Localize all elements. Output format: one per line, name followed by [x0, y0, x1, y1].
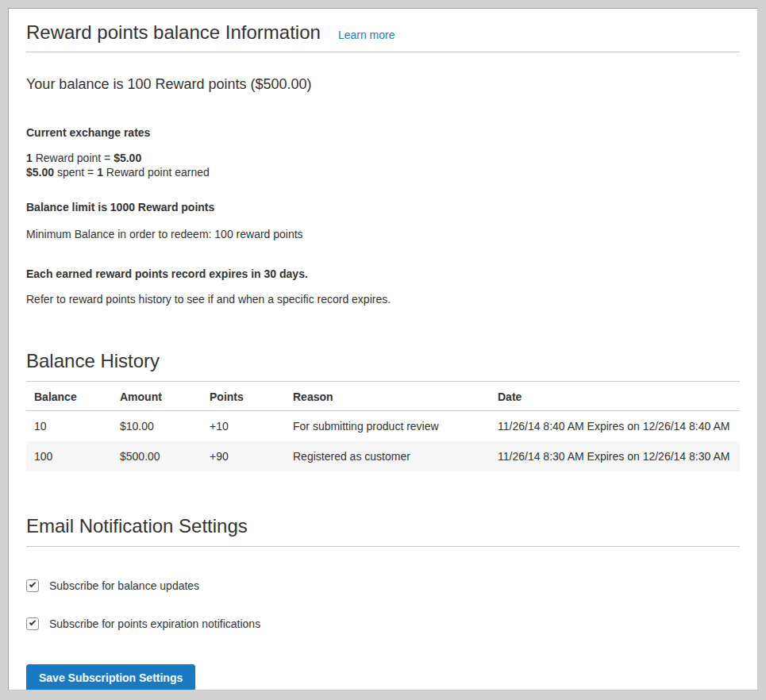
cell-reason: Registered as customer — [285, 441, 490, 471]
column-header-reason: Reason — [285, 382, 490, 411]
save-subscription-settings-button[interactable]: Save Subscription Settings — [26, 664, 195, 690]
page-background: Reward points balance Information Learn … — [0, 0, 766, 700]
rate-line-2: $5.00 spent = 1 Reward point earned — [26, 165, 740, 179]
cell-balance: 100 — [26, 441, 112, 471]
cell-amount: $10.00 — [112, 411, 202, 442]
cell-points: +10 — [202, 411, 285, 442]
points-expiration-option: Subscribe for points expiration notifica… — [26, 617, 740, 631]
cell-date: 11/26/14 8:30 AM Expires on 12/26/14 8:3… — [490, 441, 740, 471]
balance-history-table: Balance Amount Points Reason Date 10 $10… — [26, 381, 740, 471]
page-title: Reward points balance Information — [26, 20, 321, 44]
rate-1-amount: $5.00 — [114, 152, 141, 164]
cell-amount: $500.00 — [112, 441, 202, 471]
rate-line-1: 1 Reward point = $5.00 — [26, 151, 740, 165]
rate-1-value: 1 — [26, 152, 33, 164]
balance-updates-label[interactable]: Subscribe for balance updates — [49, 579, 199, 593]
email-settings-title: Email Notification Settings — [26, 514, 740, 547]
cell-points: +90 — [202, 441, 285, 471]
reward-points-panel: Reward points balance Information Learn … — [8, 8, 758, 690]
cell-reason: For submitting product review — [285, 411, 490, 442]
rate-2-value: 1 — [97, 166, 103, 179]
minimum-balance-text: Minimum Balance in order to redeem: 100 … — [26, 227, 740, 241]
checkmark-icon — [29, 619, 36, 625]
balance-summary: Your balance is 100 Reward points ($500.… — [26, 75, 740, 94]
rate-2-text: spent = — [54, 166, 97, 179]
points-expiration-checkbox[interactable] — [26, 617, 39, 630]
column-header-points: Points — [202, 382, 285, 411]
balance-limit-text: Balance limit is 1000 Reward points — [26, 200, 740, 214]
expiry-note-text: Refer to reward points history to see if… — [26, 292, 740, 306]
balance-updates-option: Subscribe for balance updates — [26, 579, 740, 593]
balance-updates-checkbox[interactable] — [26, 579, 39, 592]
table-row: 10 $10.00 +10 For submitting product rev… — [26, 411, 740, 442]
cell-balance: 10 — [26, 411, 112, 442]
exchange-rates: 1 Reward point = $5.00 $5.00 spent = 1 R… — [26, 151, 740, 179]
rate-2-tail: Reward point earned — [103, 166, 210, 179]
table-header-row: Balance Amount Points Reason Date — [26, 382, 740, 411]
column-header-date: Date — [490, 382, 740, 411]
exchange-rates-heading: Current exchange rates — [26, 125, 740, 140]
column-header-amount: Amount — [112, 382, 202, 411]
cell-date: 11/26/14 8:40 AM Expires on 12/26/14 8:4… — [490, 411, 740, 442]
table-row: 100 $500.00 +90 Registered as customer 1… — [26, 441, 740, 471]
rate-2-amount: $5.00 — [26, 166, 54, 179]
expiry-text: Each earned reward points record expires… — [26, 267, 740, 281]
balance-history-title: Balance History — [26, 349, 740, 381]
column-header-balance: Balance — [26, 382, 112, 411]
learn-more-link[interactable]: Learn more — [338, 29, 395, 41]
checkmark-icon — [29, 581, 36, 587]
rate-1-text: Reward point = — [33, 152, 114, 164]
panel-header: Reward points balance Information Learn … — [26, 20, 740, 52]
table-header: Balance Amount Points Reason Date — [26, 382, 740, 411]
points-expiration-label[interactable]: Subscribe for points expiration notifica… — [49, 617, 260, 631]
